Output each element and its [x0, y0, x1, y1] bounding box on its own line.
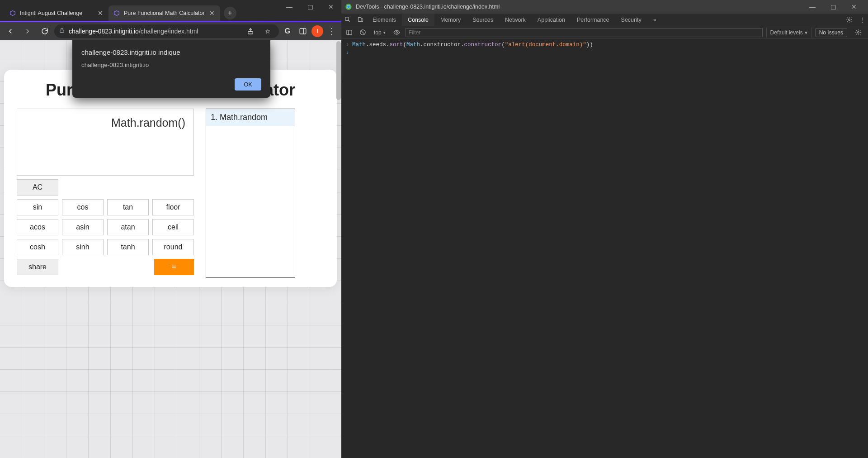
side-panel-icon[interactable]: [296, 24, 310, 38]
atan-button[interactable]: atan: [107, 219, 149, 235]
tab-application[interactable]: Application: [532, 14, 571, 26]
chevron-down-icon: ▾: [805, 29, 807, 36]
tab-close-icon[interactable]: ✕: [97, 10, 104, 17]
sin-button[interactable]: sin: [17, 199, 58, 215]
inspect-element-icon[interactable]: [341, 14, 354, 26]
dialog-origin: challenge-0823.intigriti.io indique: [81, 48, 261, 56]
acos-button[interactable]: acos: [17, 219, 58, 235]
tab-elements[interactable]: Elements: [367, 14, 402, 26]
history-item[interactable]: 1. Math.random: [206, 109, 295, 126]
issues-badge[interactable]: No Issues: [815, 28, 847, 37]
cosh-button[interactable]: cosh: [17, 239, 58, 255]
round-button[interactable]: round: [152, 239, 194, 255]
page-viewport: Pure Functional Math Calculator Math.ran…: [0, 40, 341, 458]
devtools-tabbar: Elements Console Memory Sources Network …: [341, 14, 868, 26]
url-domain: challenge-0823.intigriti.io: [69, 28, 139, 35]
tab-strip: Intigriti August Challenge ✕ Pure Functi…: [0, 0, 341, 21]
console-input-line: ›Math.seeds.sort(Math.constructor.constr…: [341, 41, 868, 49]
browser-window: Intigriti August Challenge ✕ Pure Functi…: [0, 0, 341, 458]
share-button[interactable]: share: [17, 259, 58, 275]
address-bar: challenge-0823.intigriti.io/challenge/in…: [0, 22, 341, 40]
calculator-left: Math.random() AC sin cos tan floor: [17, 109, 194, 278]
url-box[interactable]: challenge-0823.intigriti.io/challenge/in…: [54, 24, 279, 38]
intigriti-favicon-icon: [113, 10, 120, 17]
dialog-message: challenge-0823.intigriti.io: [81, 62, 261, 68]
devtools-title: DevTools - challenge-0823.intigriti.io/c…: [356, 4, 798, 10]
tanh-button[interactable]: tanh: [107, 239, 149, 255]
forward-button[interactable]: [20, 24, 35, 39]
tabs-overflow-button[interactable]: »: [647, 14, 662, 26]
console-settings-icon[interactable]: [851, 29, 865, 36]
svg-rect-0: [60, 30, 64, 32]
context-label: top: [374, 29, 382, 36]
log-levels-selector[interactable]: Default levels ▾: [766, 28, 811, 38]
live-expression-icon[interactable]: [392, 28, 402, 38]
tab-memory[interactable]: Memory: [434, 14, 467, 26]
minimize-button[interactable]: —: [279, 0, 300, 14]
devtools-settings-icon[interactable]: [842, 14, 856, 26]
tab-sources[interactable]: Sources: [467, 14, 499, 26]
svg-point-12: [396, 32, 398, 33]
profile-avatar[interactable]: I: [311, 25, 323, 37]
console-prompt[interactable]: ›: [341, 49, 868, 57]
window-controls: — ▢ ✕: [279, 0, 341, 14]
context-selector[interactable]: top ▾: [371, 29, 388, 37]
devtools-maximize-button[interactable]: ▢: [823, 0, 844, 14]
sinh-button[interactable]: sinh: [62, 239, 104, 255]
tab-intigriti-challenge[interactable]: Intigriti August Challenge ✕: [5, 5, 108, 21]
console-output[interactable]: ›Math.seeds.sort(Math.constructor.constr…: [341, 39, 868, 458]
tab-security[interactable]: Security: [615, 14, 647, 26]
lock-icon: [59, 27, 65, 35]
svg-rect-7: [358, 18, 361, 22]
tab-network[interactable]: Network: [499, 14, 532, 26]
tab-console[interactable]: Console: [402, 14, 434, 26]
device-toolbar-icon[interactable]: [354, 14, 367, 26]
devtools-close-button[interactable]: ✕: [844, 0, 864, 14]
new-tab-button[interactable]: +: [224, 7, 236, 19]
cos-button[interactable]: cos: [62, 199, 104, 215]
browser-menu-button[interactable]: ⋮: [325, 26, 339, 36]
clear-console-icon[interactable]: [358, 28, 368, 38]
console-filter-input[interactable]: [406, 28, 763, 37]
calculator-display: Math.random(): [17, 109, 194, 176]
url-path: /challenge/index.html: [139, 28, 198, 35]
ceil-button[interactable]: ceil: [152, 219, 194, 235]
tab-close-icon[interactable]: ✕: [208, 10, 216, 17]
tab-performance[interactable]: Performance: [571, 14, 615, 26]
tab-title: Pure Functional Math Calculator: [124, 10, 205, 16]
maximize-button[interactable]: ▢: [300, 0, 321, 14]
chevron-right-icon: ›: [346, 42, 352, 48]
svg-rect-2: [300, 29, 306, 34]
calculator-body: Math.random() AC sin cos tan floor: [17, 109, 324, 278]
devtools-titlebar: DevTools - challenge-0823.intigriti.io/c…: [341, 0, 868, 14]
tab-calculator[interactable]: Pure Functional Math Calculator ✕: [108, 5, 220, 21]
equals-button[interactable]: =: [154, 259, 194, 275]
chevron-down-icon: ▾: [383, 30, 386, 35]
vertical-scrollbar[interactable]: [336, 41, 341, 100]
calculator-card: Pure Functional Math Calculator Math.ran…: [4, 70, 337, 287]
asin-button[interactable]: asin: [62, 219, 104, 235]
google-account-icon[interactable]: G: [281, 24, 294, 38]
console-toolbar: top ▾ Default levels ▾ No Issues: [341, 26, 868, 39]
ac-button[interactable]: AC: [17, 179, 58, 196]
history-panel: 1. Math.random: [206, 109, 295, 278]
intigriti-favicon-icon: [9, 10, 16, 17]
javascript-alert-dialog: challenge-0823.intigriti.io indique chal…: [72, 40, 270, 98]
dialog-ok-button[interactable]: OK: [235, 78, 261, 91]
tan-button[interactable]: tan: [107, 199, 149, 215]
chevron-right-icon: ›: [346, 50, 352, 56]
svg-point-13: [857, 32, 859, 33]
chrome-icon: [345, 3, 352, 10]
svg-rect-10: [346, 30, 351, 35]
console-sidebar-toggle-icon[interactable]: [344, 28, 354, 38]
url-text: challenge-0823.intigriti.io/challenge/in…: [69, 28, 240, 35]
floor-button[interactable]: floor: [152, 199, 194, 215]
back-button[interactable]: [3, 24, 18, 39]
bookmark-star-icon[interactable]: ☆: [261, 24, 274, 38]
devtools-menu-button[interactable]: ⋮: [856, 14, 868, 26]
reload-button[interactable]: [37, 24, 52, 39]
close-window-button[interactable]: ✕: [321, 0, 341, 14]
share-icon[interactable]: [244, 24, 257, 38]
tab-title: Intigriti August Challenge: [20, 10, 93, 16]
devtools-minimize-button[interactable]: —: [802, 0, 823, 14]
